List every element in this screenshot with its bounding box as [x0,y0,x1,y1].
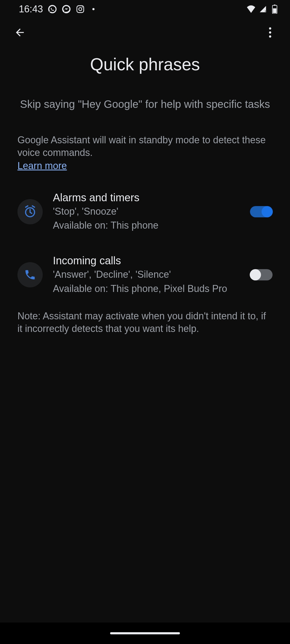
svg-point-4 [82,7,83,8]
toggle-knob [250,269,261,280]
alarm-icon-container [17,199,43,224]
svg-point-3 [79,8,82,10]
svg-rect-7 [274,5,276,6]
notification-dot-icon [92,8,95,10]
description-block: Google Assistant will wait in standby mo… [0,134,290,171]
phone-icon-container [17,262,43,287]
toggle-calls[interactable] [250,269,273,280]
toolbar [0,18,290,46]
setting-text-block: Incoming calls 'Answer', 'Decline', 'Sil… [53,255,240,295]
setting-title: Incoming calls [53,255,240,267]
status-left: 16:43 [19,3,95,15]
status-right: ! [247,5,279,14]
status-bar: 16:43 ! [0,0,290,18]
svg-point-10 [269,31,271,33]
phone-icon [24,269,36,281]
battery-icon [270,5,279,14]
svg-point-11 [269,35,271,37]
setting-availability: Available on: This phone [53,219,240,232]
whatsapp-icon [48,5,57,14]
messenger-icon [62,5,71,14]
toggle-knob [262,206,273,217]
setting-availability: Available on: This phone, Pixel Buds Pro [53,283,240,295]
svg-line-13 [26,206,28,207]
signal-icon: ! [258,5,267,14]
setting-text-block: Alarms and timers 'Stop', 'Snooze' Avail… [53,192,240,232]
nav-bar-background [0,623,290,644]
setting-title: Alarms and timers [53,192,240,204]
more-options-button[interactable] [264,26,277,39]
back-button[interactable] [13,26,26,39]
page-subtitle: Skip saying "Hey Google" for help with s… [0,97,290,111]
page-title: Quick phrases [0,54,290,74]
svg-point-9 [269,27,271,29]
toggle-alarms[interactable] [250,206,273,217]
setting-commands: 'Answer', 'Decline', 'Silence' [53,268,240,281]
setting-incoming-calls[interactable]: Incoming calls 'Answer', 'Decline', 'Sil… [0,255,290,295]
svg-text:!: ! [265,10,266,13]
status-time: 16:43 [19,3,43,15]
learn-more-link[interactable]: Learn more [17,160,67,171]
description-text: Google Assistant will wait in standby mo… [17,134,266,158]
more-vert-icon [269,27,271,38]
setting-commands: 'Stop', 'Snooze' [53,205,240,218]
wifi-icon [247,5,256,14]
nav-handle[interactable] [110,632,180,634]
svg-rect-8 [273,8,277,13]
alarm-icon [23,205,37,218]
instagram-icon [76,5,85,14]
setting-alarms-timers[interactable]: Alarms and timers 'Stop', 'Snooze' Avail… [0,192,290,232]
arrow-back-icon [14,27,26,38]
svg-line-14 [32,206,34,207]
note-text: Note: Assistant may activate when you di… [0,310,290,335]
